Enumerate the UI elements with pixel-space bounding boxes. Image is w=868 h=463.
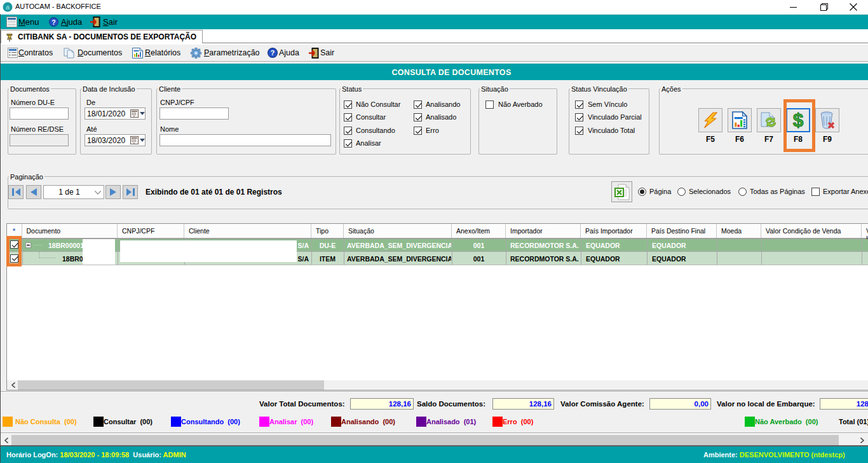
svg-text:?: ? [51, 18, 55, 26]
svg-text:a: a [6, 3, 10, 11]
svg-text:?: ? [271, 49, 275, 57]
